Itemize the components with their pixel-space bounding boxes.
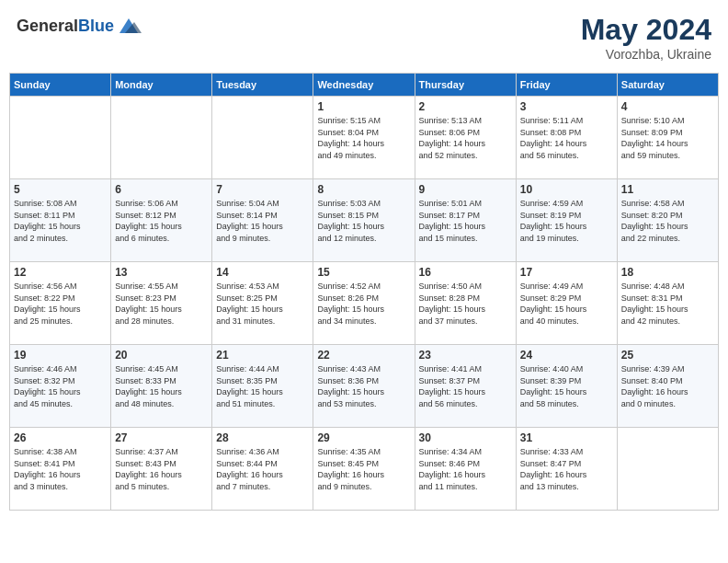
table-row: 15Sunrise: 4:52 AMSunset: 8:26 PMDayligh… — [313, 262, 415, 345]
day-number: 6 — [115, 183, 208, 196]
day-info: Sunrise: 5:08 AMSunset: 8:11 PMDaylight:… — [14, 198, 107, 244]
table-row: 13Sunrise: 4:55 AMSunset: 8:23 PMDayligh… — [111, 262, 212, 345]
day-info: Sunrise: 4:38 AMSunset: 8:41 PMDaylight:… — [14, 446, 107, 492]
day-info: Sunrise: 4:36 AMSunset: 8:44 PMDaylight:… — [216, 446, 309, 492]
table-row: 31Sunrise: 4:33 AMSunset: 8:47 PMDayligh… — [516, 428, 617, 511]
day-info: Sunrise: 5:10 AMSunset: 8:09 PMDaylight:… — [621, 115, 714, 161]
title-block: May 2024 Vorozhba, Ukraine — [581, 13, 711, 62]
day-info: Sunrise: 4:35 AMSunset: 8:45 PMDaylight:… — [317, 446, 410, 492]
day-info: Sunrise: 4:43 AMSunset: 8:36 PMDaylight:… — [317, 363, 410, 409]
day-number: 13 — [115, 266, 208, 279]
table-row: 30Sunrise: 4:34 AMSunset: 8:46 PMDayligh… — [415, 428, 516, 511]
table-row: 11Sunrise: 4:58 AMSunset: 8:20 PMDayligh… — [617, 179, 718, 262]
table-row: 9Sunrise: 5:01 AMSunset: 8:17 PMDaylight… — [415, 179, 516, 262]
day-info: Sunrise: 4:37 AMSunset: 8:43 PMDaylight:… — [115, 446, 208, 492]
day-number: 8 — [317, 183, 410, 196]
page-header: GeneralBlue May 2024 Vorozhba, Ukraine — [9, 9, 719, 65]
day-info: Sunrise: 5:13 AMSunset: 8:06 PMDaylight:… — [419, 115, 512, 161]
calendar-body: 1Sunrise: 5:15 AMSunset: 8:04 PMDaylight… — [10, 97, 719, 511]
table-row: 25Sunrise: 4:39 AMSunset: 8:40 PMDayligh… — [617, 345, 718, 428]
table-row: 17Sunrise: 4:49 AMSunset: 8:29 PMDayligh… — [516, 262, 617, 345]
day-number: 30 — [419, 431, 512, 444]
table-row — [212, 97, 313, 179]
day-info: Sunrise: 4:58 AMSunset: 8:20 PMDaylight:… — [621, 198, 714, 244]
day-info: Sunrise: 4:39 AMSunset: 8:40 PMDaylight:… — [621, 363, 714, 409]
day-number: 29 — [317, 431, 410, 444]
header-thursday: Thursday — [415, 74, 516, 97]
day-number: 7 — [216, 183, 309, 196]
table-row — [617, 428, 718, 511]
day-info: Sunrise: 5:11 AMSunset: 8:08 PMDaylight:… — [520, 115, 613, 161]
table-row: 22Sunrise: 4:43 AMSunset: 8:36 PMDayligh… — [313, 345, 415, 428]
day-number: 11 — [621, 183, 714, 196]
day-number: 24 — [520, 349, 613, 362]
table-row: 3Sunrise: 5:11 AMSunset: 8:08 PMDaylight… — [516, 97, 617, 179]
table-row: 21Sunrise: 4:44 AMSunset: 8:35 PMDayligh… — [212, 345, 313, 428]
day-number: 18 — [621, 266, 714, 279]
table-row: 24Sunrise: 4:40 AMSunset: 8:39 PMDayligh… — [516, 345, 617, 428]
day-info: Sunrise: 4:56 AMSunset: 8:22 PMDaylight:… — [14, 281, 107, 327]
day-info: Sunrise: 4:55 AMSunset: 8:23 PMDaylight:… — [115, 281, 208, 327]
calendar-week-row: 5Sunrise: 5:08 AMSunset: 8:11 PMDaylight… — [10, 179, 719, 262]
day-info: Sunrise: 5:04 AMSunset: 8:14 PMDaylight:… — [216, 198, 309, 244]
header-sunday: Sunday — [10, 74, 111, 97]
table-row: 20Sunrise: 4:45 AMSunset: 8:33 PMDayligh… — [111, 345, 212, 428]
day-number: 17 — [520, 266, 613, 279]
calendar-table: Sunday Monday Tuesday Wednesday Thursday… — [9, 73, 719, 511]
table-row: 18Sunrise: 4:48 AMSunset: 8:31 PMDayligh… — [617, 262, 718, 345]
day-number: 31 — [520, 431, 613, 444]
day-number: 15 — [317, 266, 410, 279]
day-info: Sunrise: 4:46 AMSunset: 8:32 PMDaylight:… — [14, 363, 107, 409]
calendar-week-row: 12Sunrise: 4:56 AMSunset: 8:22 PMDayligh… — [10, 262, 719, 345]
table-row: 29Sunrise: 4:35 AMSunset: 8:45 PMDayligh… — [313, 428, 415, 511]
day-number: 19 — [14, 349, 107, 362]
day-info: Sunrise: 4:34 AMSunset: 8:46 PMDaylight:… — [419, 446, 512, 492]
day-number: 4 — [621, 100, 714, 113]
header-tuesday: Tuesday — [212, 74, 313, 97]
table-row: 19Sunrise: 4:46 AMSunset: 8:32 PMDayligh… — [10, 345, 111, 428]
table-row: 8Sunrise: 5:03 AMSunset: 8:15 PMDaylight… — [313, 179, 415, 262]
day-number: 3 — [520, 100, 613, 113]
calendar-week-row: 1Sunrise: 5:15 AMSunset: 8:04 PMDaylight… — [10, 97, 719, 179]
table-row: 2Sunrise: 5:13 AMSunset: 8:06 PMDaylight… — [415, 97, 516, 179]
calendar-header: Sunday Monday Tuesday Wednesday Thursday… — [10, 74, 719, 97]
day-number: 5 — [14, 183, 107, 196]
title-location: Vorozhba, Ukraine — [581, 47, 711, 62]
day-number: 1 — [317, 100, 410, 113]
day-number: 23 — [419, 349, 512, 362]
table-row — [10, 97, 111, 179]
day-info: Sunrise: 4:49 AMSunset: 8:29 PMDaylight:… — [520, 281, 613, 327]
table-row: 4Sunrise: 5:10 AMSunset: 8:09 PMDaylight… — [617, 97, 718, 179]
day-info: Sunrise: 4:44 AMSunset: 8:35 PMDaylight:… — [216, 363, 309, 409]
table-row — [111, 97, 212, 179]
day-info: Sunrise: 4:41 AMSunset: 8:37 PMDaylight:… — [419, 363, 512, 409]
table-row: 5Sunrise: 5:08 AMSunset: 8:11 PMDaylight… — [10, 179, 111, 262]
day-info: Sunrise: 4:45 AMSunset: 8:33 PMDaylight:… — [115, 363, 208, 409]
day-info: Sunrise: 4:33 AMSunset: 8:47 PMDaylight:… — [520, 446, 613, 492]
day-info: Sunrise: 4:40 AMSunset: 8:39 PMDaylight:… — [520, 363, 613, 409]
day-info: Sunrise: 4:48 AMSunset: 8:31 PMDaylight:… — [621, 281, 714, 327]
table-row: 26Sunrise: 4:38 AMSunset: 8:41 PMDayligh… — [10, 428, 111, 511]
table-row: 16Sunrise: 4:50 AMSunset: 8:28 PMDayligh… — [415, 262, 516, 345]
header-wednesday: Wednesday — [313, 74, 415, 97]
header-saturday: Saturday — [617, 74, 718, 97]
day-number: 10 — [520, 183, 613, 196]
day-number: 12 — [14, 266, 107, 279]
header-friday: Friday — [516, 74, 617, 97]
day-number: 27 — [115, 431, 208, 444]
day-number: 22 — [317, 349, 410, 362]
day-info: Sunrise: 4:53 AMSunset: 8:25 PMDaylight:… — [216, 281, 309, 327]
table-row: 23Sunrise: 4:41 AMSunset: 8:37 PMDayligh… — [415, 345, 516, 428]
title-month: May 2024 — [581, 13, 711, 47]
calendar-week-row: 26Sunrise: 4:38 AMSunset: 8:41 PMDayligh… — [10, 428, 719, 511]
day-number: 2 — [419, 100, 512, 113]
day-info: Sunrise: 5:06 AMSunset: 8:12 PMDaylight:… — [115, 198, 208, 244]
table-row: 27Sunrise: 4:37 AMSunset: 8:43 PMDayligh… — [111, 428, 212, 511]
table-row: 7Sunrise: 5:04 AMSunset: 8:14 PMDaylight… — [212, 179, 313, 262]
calendar-week-row: 19Sunrise: 4:46 AMSunset: 8:32 PMDayligh… — [10, 345, 719, 428]
header-row: Sunday Monday Tuesday Wednesday Thursday… — [10, 74, 719, 97]
day-number: 14 — [216, 266, 309, 279]
day-info: Sunrise: 5:01 AMSunset: 8:17 PMDaylight:… — [419, 198, 512, 244]
day-number: 26 — [14, 431, 107, 444]
table-row: 12Sunrise: 4:56 AMSunset: 8:22 PMDayligh… — [10, 262, 111, 345]
